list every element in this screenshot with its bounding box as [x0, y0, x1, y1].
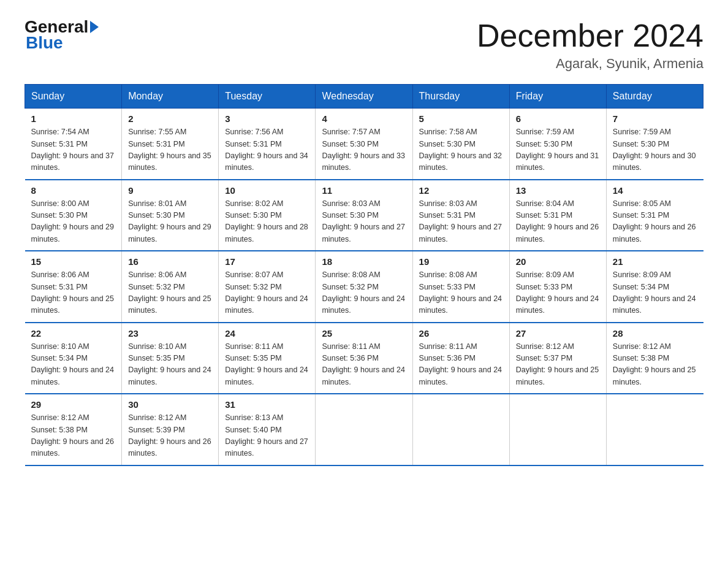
day-info: Sunrise: 7:57 AMSunset: 5:30 PMDaylight:… — [322, 126, 406, 174]
calendar-cell: 17Sunrise: 8:07 AMSunset: 5:32 PMDayligh… — [219, 251, 316, 323]
day-info: Sunrise: 8:04 AMSunset: 5:31 PMDaylight:… — [516, 198, 600, 246]
day-info: Sunrise: 7:55 AMSunset: 5:31 PMDaylight:… — [128, 126, 212, 174]
day-info: Sunrise: 8:06 AMSunset: 5:31 PMDaylight:… — [31, 269, 116, 317]
day-info: Sunrise: 8:08 AMSunset: 5:32 PMDaylight:… — [322, 269, 406, 317]
calendar-cell: 14Sunrise: 8:05 AMSunset: 5:31 PMDayligh… — [606, 180, 703, 251]
calendar-cell: 26Sunrise: 8:11 AMSunset: 5:36 PMDayligh… — [412, 323, 509, 394]
calendar-week-row: 15Sunrise: 8:06 AMSunset: 5:31 PMDayligh… — [25, 251, 703, 323]
day-info: Sunrise: 8:10 AMSunset: 5:35 PMDaylight:… — [128, 341, 212, 389]
day-number: 4 — [322, 113, 406, 124]
day-info: Sunrise: 8:11 AMSunset: 5:35 PMDaylight:… — [225, 341, 309, 389]
calendar-week-row: 29Sunrise: 8:12 AMSunset: 5:38 PMDayligh… — [25, 394, 703, 465]
day-number: 24 — [225, 328, 309, 339]
day-info: Sunrise: 8:09 AMSunset: 5:34 PMDaylight:… — [613, 269, 697, 317]
day-info: Sunrise: 8:13 AMSunset: 5:40 PMDaylight:… — [225, 412, 309, 460]
day-number: 5 — [419, 113, 503, 124]
calendar-week-row: 8Sunrise: 8:00 AMSunset: 5:30 PMDaylight… — [25, 180, 703, 251]
day-info: Sunrise: 8:03 AMSunset: 5:30 PMDaylight:… — [322, 198, 406, 246]
day-number: 7 — [613, 113, 697, 124]
calendar-cell: 15Sunrise: 8:06 AMSunset: 5:31 PMDayligh… — [25, 251, 122, 323]
day-info: Sunrise: 8:12 AMSunset: 5:38 PMDaylight:… — [31, 412, 116, 460]
day-info: Sunrise: 8:12 AMSunset: 5:37 PMDaylight:… — [516, 341, 600, 389]
logo-arrow-icon — [90, 21, 99, 33]
calendar-cell — [412, 394, 509, 465]
day-info: Sunrise: 8:05 AMSunset: 5:31 PMDaylight:… — [613, 198, 697, 246]
calendar-cell: 1Sunrise: 7:54 AMSunset: 5:31 PMDaylight… — [25, 109, 122, 180]
calendar-cell: 2Sunrise: 7:55 AMSunset: 5:31 PMDaylight… — [122, 109, 219, 180]
day-info: Sunrise: 7:59 AMSunset: 5:30 PMDaylight:… — [613, 126, 697, 174]
day-number: 17 — [225, 256, 309, 267]
calendar-cell: 18Sunrise: 8:08 AMSunset: 5:32 PMDayligh… — [316, 251, 412, 323]
day-number: 8 — [31, 185, 116, 196]
calendar-cell: 8Sunrise: 8:00 AMSunset: 5:30 PMDaylight… — [25, 180, 122, 251]
calendar-cell: 7Sunrise: 7:59 AMSunset: 5:30 PMDaylight… — [606, 109, 703, 180]
day-number: 22 — [31, 328, 116, 339]
logo: General Blue — [25, 18, 99, 52]
calendar-cell: 10Sunrise: 8:02 AMSunset: 5:30 PMDayligh… — [219, 180, 316, 251]
calendar-header-row: SundayMondayTuesdayWednesdayThursdayFrid… — [25, 85, 703, 109]
day-info: Sunrise: 7:59 AMSunset: 5:30 PMDaylight:… — [516, 126, 600, 174]
day-number: 12 — [419, 185, 503, 196]
day-of-week-wednesday: Wednesday — [316, 85, 412, 109]
day-number: 26 — [419, 328, 503, 339]
day-info: Sunrise: 8:09 AMSunset: 5:33 PMDaylight:… — [516, 269, 600, 317]
calendar-cell: 27Sunrise: 8:12 AMSunset: 5:37 PMDayligh… — [509, 323, 606, 394]
day-number: 11 — [322, 185, 406, 196]
day-info: Sunrise: 8:02 AMSunset: 5:30 PMDaylight:… — [225, 198, 309, 246]
day-of-week-friday: Friday — [509, 85, 606, 109]
day-info: Sunrise: 8:01 AMSunset: 5:30 PMDaylight:… — [128, 198, 212, 246]
day-number: 29 — [31, 399, 116, 410]
day-info: Sunrise: 8:12 AMSunset: 5:38 PMDaylight:… — [613, 341, 697, 389]
calendar-cell: 9Sunrise: 8:01 AMSunset: 5:30 PMDaylight… — [122, 180, 219, 251]
day-info: Sunrise: 8:03 AMSunset: 5:31 PMDaylight:… — [419, 198, 503, 246]
calendar-cell: 19Sunrise: 8:08 AMSunset: 5:33 PMDayligh… — [412, 251, 509, 323]
day-number: 2 — [128, 113, 212, 124]
day-info: Sunrise: 8:07 AMSunset: 5:32 PMDaylight:… — [225, 269, 309, 317]
day-number: 15 — [31, 256, 116, 267]
day-number: 16 — [128, 256, 212, 267]
day-number: 27 — [516, 328, 600, 339]
calendar-cell — [606, 394, 703, 465]
calendar-table: SundayMondayTuesdayWednesdayThursdayFrid… — [25, 84, 703, 466]
day-number: 30 — [128, 399, 212, 410]
day-number: 19 — [419, 256, 503, 267]
calendar-cell: 29Sunrise: 8:12 AMSunset: 5:38 PMDayligh… — [25, 394, 122, 465]
day-of-week-tuesday: Tuesday — [219, 85, 316, 109]
calendar-cell — [316, 394, 412, 465]
day-info: Sunrise: 8:00 AMSunset: 5:30 PMDaylight:… — [31, 198, 116, 246]
day-of-week-monday: Monday — [122, 85, 219, 109]
day-of-week-thursday: Thursday — [412, 85, 509, 109]
calendar-cell: 13Sunrise: 8:04 AMSunset: 5:31 PMDayligh… — [509, 180, 606, 251]
day-number: 28 — [613, 328, 697, 339]
day-info: Sunrise: 8:11 AMSunset: 5:36 PMDaylight:… — [322, 341, 406, 389]
day-number: 23 — [128, 328, 212, 339]
calendar-cell: 24Sunrise: 8:11 AMSunset: 5:35 PMDayligh… — [219, 323, 316, 394]
day-info: Sunrise: 8:08 AMSunset: 5:33 PMDaylight:… — [419, 269, 503, 317]
month-title: December 2024 — [477, 18, 703, 53]
title-section: December 2024 Agarak, Syunik, Armenia — [477, 18, 703, 72]
page-header: General Blue December 2024 Agarak, Syuni… — [25, 18, 703, 72]
day-info: Sunrise: 8:11 AMSunset: 5:36 PMDaylight:… — [419, 341, 503, 389]
calendar-cell: 28Sunrise: 8:12 AMSunset: 5:38 PMDayligh… — [606, 323, 703, 394]
calendar-cell: 12Sunrise: 8:03 AMSunset: 5:31 PMDayligh… — [412, 180, 509, 251]
day-info: Sunrise: 8:10 AMSunset: 5:34 PMDaylight:… — [31, 341, 116, 389]
day-number: 9 — [128, 185, 212, 196]
calendar-cell: 11Sunrise: 8:03 AMSunset: 5:30 PMDayligh… — [316, 180, 412, 251]
calendar-cell: 16Sunrise: 8:06 AMSunset: 5:32 PMDayligh… — [122, 251, 219, 323]
logo-blue: Blue — [25, 34, 99, 52]
day-info: Sunrise: 8:12 AMSunset: 5:39 PMDaylight:… — [128, 412, 212, 460]
day-info: Sunrise: 7:58 AMSunset: 5:30 PMDaylight:… — [419, 126, 503, 174]
calendar-cell: 23Sunrise: 8:10 AMSunset: 5:35 PMDayligh… — [122, 323, 219, 394]
calendar-cell — [509, 394, 606, 465]
day-number: 20 — [516, 256, 600, 267]
calendar-cell: 20Sunrise: 8:09 AMSunset: 5:33 PMDayligh… — [509, 251, 606, 323]
day-of-week-sunday: Sunday — [25, 85, 122, 109]
calendar-cell: 31Sunrise: 8:13 AMSunset: 5:40 PMDayligh… — [219, 394, 316, 465]
day-of-week-saturday: Saturday — [606, 85, 703, 109]
calendar-cell: 21Sunrise: 8:09 AMSunset: 5:34 PMDayligh… — [606, 251, 703, 323]
day-number: 14 — [613, 185, 697, 196]
day-number: 18 — [322, 256, 406, 267]
day-number: 1 — [31, 113, 116, 124]
day-number: 25 — [322, 328, 406, 339]
day-number: 31 — [225, 399, 309, 410]
